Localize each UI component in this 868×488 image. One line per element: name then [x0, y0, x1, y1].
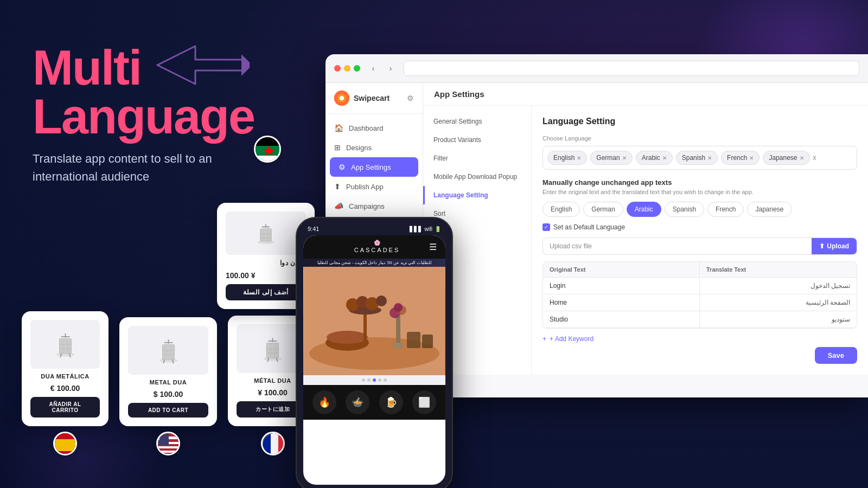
phone-icon-grill[interactable]: ⬜ — [412, 390, 436, 414]
lang-btn-english[interactable]: English — [542, 202, 580, 217]
language-tags-container: English ✕ German ✕ Arabic ✕ Spanish — [542, 146, 857, 170]
browser-dots — [334, 65, 360, 72]
main-panel: App Settings General Settings Product Va… — [423, 83, 868, 397]
dot-red[interactable] — [334, 65, 341, 72]
lang-buttons-row: English German Arabic Spanish French Jap… — [542, 202, 857, 217]
designs-icon: ⊞ — [334, 143, 341, 152]
translated-home[interactable]: الصفحة الرئيسية — [700, 294, 857, 311]
lang-tag-spanish[interactable]: Spanish ✕ — [676, 151, 718, 165]
settings-product-variants[interactable]: Product Variants — [423, 131, 531, 149]
spanish-flag — [53, 432, 77, 455]
arabic-add-to-cart-button[interactable]: أضف إلى السلة — [226, 284, 306, 300]
spanish-product-name: DUA METÁLICA — [41, 373, 89, 380]
lang-tag-arabic[interactable]: Arabic ✕ — [636, 151, 673, 165]
settings-language[interactable]: Language Setting — [423, 186, 531, 204]
lang-tag-english[interactable]: English ✕ — [547, 151, 587, 165]
phone-icon-drink[interactable]: 🍺 — [379, 390, 403, 414]
add-keyword-row[interactable]: + + Add Keyword — [542, 335, 857, 343]
phone-screen: 🌸 CASCADES ☰ للطلبات التي تزيد عن 50 دين… — [303, 235, 445, 485]
arabic-flag — [254, 136, 281, 163]
sidebar-item-dashboard[interactable]: 🏠 Dashboard — [326, 118, 423, 138]
spanish-card-wrapper: DUA METÁLICA € 100.00 AÑADIR AL CARRITO — [22, 311, 108, 455]
product-cards-row: DUA METÁLICA € 100.00 AÑADIR AL CARRITO — [22, 311, 317, 455]
browser-chrome: ‹ › — [326, 54, 868, 83]
lang-btn-german[interactable]: German — [583, 202, 623, 217]
phone-brand-logo-area: 🌸 CASCADES — [354, 240, 400, 254]
phone-icon-bbq[interactable]: 🔥 — [312, 390, 336, 414]
sidebar-item-app-settings[interactable]: ⚙ App Settings — [330, 157, 418, 177]
spanish-product-card: DUA METÁLICA € 100.00 AÑADIR AL CARRITO — [22, 311, 108, 426]
lang-btn-french[interactable]: French — [707, 202, 744, 217]
dot-yellow[interactable] — [344, 65, 350, 72]
lang-tag-spanish-close[interactable]: ✕ — [707, 155, 712, 161]
publish-app-label: Publish App — [346, 183, 384, 191]
sidebar-brand-label: Swipecart — [354, 94, 390, 102]
lang-tag-japanese-close[interactable]: ✕ — [800, 155, 804, 161]
manual-section-desc: Enter the original text and the translat… — [542, 189, 857, 195]
spanish-add-to-cart-button[interactable]: AÑADIR AL CARRITO — [30, 397, 100, 418]
upload-row: Upload csv file ⬆ Upload — [542, 237, 857, 255]
hamburger-icon[interactable]: ☰ — [429, 242, 437, 252]
lang-btn-japanese[interactable]: Japanese — [747, 202, 792, 217]
lang-tag-arabic-close[interactable]: ✕ — [662, 155, 667, 161]
english-product-price: $ 100.00 — [154, 390, 183, 399]
svg-rect-27 — [162, 344, 174, 359]
svg-rect-85 — [393, 343, 403, 348]
sidebar-header: Swipecart ⚙ — [326, 83, 423, 114]
upload-button-label: Upload — [827, 242, 849, 250]
browser-url-bar[interactable] — [404, 61, 859, 76]
publish-icon: ⬆ — [334, 182, 341, 191]
sidebar-gear-icon[interactable]: ⚙ — [407, 94, 414, 102]
svg-rect-24 — [55, 439, 77, 451]
default-lang-checkbox[interactable]: ✓ — [542, 223, 550, 231]
sidebar-item-publish-app[interactable]: ⬆ Publish App — [326, 177, 423, 196]
product-image-svg — [258, 334, 288, 364]
svg-rect-89 — [407, 332, 420, 348]
manual-section-title: Manually change unchanged app texts — [542, 178, 857, 187]
back-arrow[interactable]: ‹ — [367, 62, 380, 75]
lang-tag-german[interactable]: German ✕ — [590, 151, 632, 165]
svg-point-73 — [340, 96, 344, 100]
save-button[interactable]: Save — [815, 347, 857, 364]
lang-tag-japanese[interactable]: Japanese ✕ — [763, 151, 809, 165]
food-illustration — [304, 267, 445, 375]
translated-login[interactable]: تسجيل الدخول — [700, 278, 857, 294]
phone-mockup: 9:41 ▋▋▋ wifi 🔋 🌸 CASCADES ☰ للطلبات الت… — [296, 217, 453, 488]
settings-general[interactable]: General Settings — [423, 112, 531, 131]
dashboard-icon: 🏠 — [334, 124, 343, 132]
phone-dots — [303, 375, 445, 385]
lang-btn-arabic[interactable]: Arabic — [627, 202, 661, 217]
english-add-to-cart-button[interactable]: ADD TO CART — [128, 403, 208, 418]
forward-arrow[interactable]: › — [384, 62, 397, 75]
lang-tag-more: x — [813, 151, 816, 165]
save-btn-row: Save — [542, 347, 857, 364]
lang-tag-french[interactable]: French ✕ — [721, 151, 760, 165]
english-product-image — [128, 326, 208, 375]
lang-tag-english-close[interactable]: ✕ — [577, 155, 581, 161]
french-flag — [261, 432, 285, 455]
lang-btn-spanish[interactable]: Spanish — [665, 202, 704, 217]
svg-point-88 — [394, 303, 403, 312]
settings-mobile-popup[interactable]: Mobile App Download Popup — [423, 168, 531, 186]
translated-studio[interactable]: ستوديو — [700, 311, 857, 328]
lang-tag-english-label: English — [553, 154, 575, 162]
upload-button[interactable]: ⬆ Upload — [812, 238, 857, 254]
sidebar-item-designs[interactable]: ⊞ Designs — [326, 138, 423, 157]
sidebar-item-campaigns[interactable]: 📣 Campaigns — [326, 196, 423, 216]
phone-status-icons: ▋▋▋ wifi 🔋 — [410, 226, 441, 232]
language-settings-content: Language Setting Choose Language English… — [532, 106, 868, 375]
phone-icon-food[interactable]: 🍲 — [346, 390, 369, 414]
language-setting-title: Language Setting — [542, 117, 857, 126]
original-home: Home — [543, 294, 700, 311]
wifi-icon: wifi — [425, 226, 432, 232]
phone-nav-bar: 🌸 CASCADES ☰ — [303, 235, 445, 259]
upload-input[interactable]: Upload csv file — [543, 238, 812, 254]
arrow-decoration — [152, 38, 250, 92]
lang-tag-french-close[interactable]: ✕ — [749, 155, 754, 161]
settings-filter[interactable]: Filter — [423, 149, 531, 168]
phone-body: 9:41 ▋▋▋ wifi 🔋 🌸 CASCADES ☰ للطلبات الت… — [296, 217, 453, 488]
lang-tag-japanese-label: Japanese — [769, 154, 797, 162]
svg-rect-2 — [260, 229, 271, 241]
lang-tag-german-close[interactable]: ✕ — [622, 155, 627, 161]
dot-green[interactable] — [354, 65, 360, 72]
